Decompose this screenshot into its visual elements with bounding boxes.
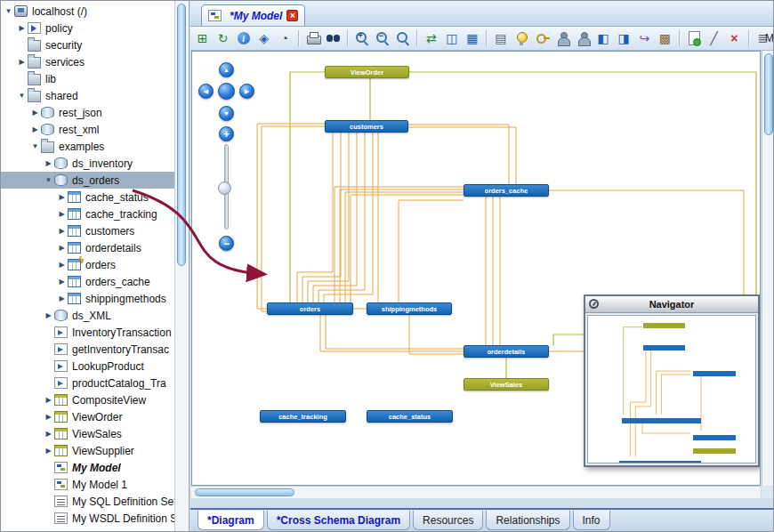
tree-item-lib[interactable]: lib [1, 70, 175, 87]
tree-item-cache-status[interactable]: ▶cache_status [1, 189, 175, 206]
expander-icon[interactable]: ▶ [43, 430, 54, 438]
toolbar-overflow-label[interactable]: M [765, 32, 774, 44]
expander-icon[interactable]: ▶ [29, 109, 41, 117]
expander-icon[interactable]: ▶ [56, 210, 68, 218]
expander-icon[interactable]: ▶ [56, 278, 68, 286]
entity-shippingmethods[interactable]: shippingmethods [367, 302, 452, 315]
expander-icon[interactable]: ▶ [56, 193, 68, 201]
zoom-level-icon[interactable] [394, 29, 411, 47]
pan-down-button[interactable]: ▼ [219, 106, 234, 121]
expander-icon[interactable]: ▶ [43, 413, 54, 421]
tree-item-inventorytransaction[interactable]: InventoryTransaction [1, 324, 175, 341]
delete-icon[interactable]: × [726, 29, 743, 47]
tree-item-vieworder[interactable]: ▶ViewOrder [1, 408, 175, 425]
tree-item-examples[interactable]: ▼examples [1, 138, 175, 155]
tree-item-compositeview[interactable]: ▶CompositeView [1, 391, 175, 408]
canvas-horizontal-scrollbar[interactable] [191, 486, 761, 498]
expander-icon[interactable]: ▼ [29, 142, 41, 150]
entity-vieworder[interactable]: ViewOrder [325, 66, 409, 78]
redo-layout-icon[interactable]: ↪ [636, 29, 653, 47]
entity-viewsales[interactable]: ViewSales [464, 378, 549, 391]
expander-icon[interactable]: ▶ [16, 58, 28, 66]
tree-item-rest-xml[interactable]: ▶rest_xml [1, 121, 175, 138]
tree-item-getinventorytransac[interactable]: getInventoryTransac [1, 341, 175, 358]
tree-item-localhost[interactable]: ▼localhost (/) [1, 3, 175, 20]
info-icon[interactable]: i [235, 29, 252, 47]
tree-item-orders[interactable]: ▶ϟorders [1, 256, 175, 273]
expander-icon[interactable]: ▶ [16, 24, 28, 32]
auto-layout-icon[interactable]: ◔ [276, 29, 293, 47]
expander-icon[interactable]: ▶ [29, 125, 41, 133]
tab-my-model[interactable]: *My Model × [201, 4, 305, 26]
pan-left-button[interactable]: ◀ [198, 84, 214, 99]
tab-info[interactable]: Info [573, 511, 610, 530]
expander-icon[interactable]: ▶ [56, 244, 68, 252]
tree-item-my-model-1[interactable]: My Model 1 [1, 476, 175, 493]
page-model-icon[interactable]: ◧ [595, 29, 612, 47]
tab-relationships[interactable]: Relationships [486, 511, 569, 530]
tree-item-rest-json[interactable]: ▶rest_json [1, 104, 175, 121]
tree-item-viewsupplier[interactable]: ▶ViewSupplier [1, 442, 175, 459]
users-icon[interactable] [575, 29, 592, 47]
panel-icon[interactable]: ▤ [492, 29, 509, 47]
zoom-out-button[interactable]: − [219, 236, 234, 251]
new-resource-icon[interactable] [685, 29, 702, 47]
tree-item-cache-tracking[interactable]: ▶cache_tracking [1, 206, 175, 222]
entity-customers[interactable]: customers [325, 120, 408, 133]
expander-icon[interactable]: ▼ [43, 176, 54, 184]
pan-right-button[interactable]: ▶ [239, 84, 254, 99]
tree-item-my-wsdl-definition-se[interactable]: My WSDL Definition Se [1, 510, 175, 527]
tab-cross-schema-diagram[interactable]: *Cross Schema Diagram [267, 511, 410, 530]
navigator-minimap[interactable] [587, 315, 756, 463]
tab-diagram[interactable]: *Diagram [198, 511, 264, 530]
refresh-icon[interactable]: ↻ [214, 29, 231, 47]
pan-center-button[interactable] [218, 83, 235, 100]
tree-item-ds-xml[interactable]: ▶ds_XML [1, 307, 175, 324]
entity-orders-cache[interactable]: orders_cache [464, 184, 549, 197]
print-icon[interactable] [304, 29, 321, 47]
rebind-icon[interactable]: ⇄ [423, 29, 439, 47]
expander-icon[interactable]: ▶ [56, 294, 68, 302]
palette-icon[interactable]: ▩ [657, 29, 673, 47]
tree-item-my-sql-definition-set[interactable]: My SQL Definition Set [1, 493, 175, 510]
entity-orders[interactable]: orders [267, 302, 353, 315]
tree-item-customers[interactable]: ▶customers [1, 222, 175, 239]
tree-item-security[interactable]: security [1, 36, 175, 53]
tree-item-viewsales[interactable]: ▶ViewSales [1, 425, 175, 442]
zoom-slider-handle[interactable] [218, 181, 231, 195]
fit-diagram-icon[interactable]: ◈ [255, 29, 272, 47]
expander-icon[interactable]: ▼ [3, 7, 14, 15]
expander-icon[interactable]: ▶ [43, 396, 54, 404]
expander-icon[interactable]: ▶ [43, 311, 54, 319]
tree-item-services[interactable]: ▶services [1, 53, 175, 70]
vertical-scrollbar-thumb[interactable] [764, 53, 773, 135]
pan-up-button[interactable]: ▲ [219, 62, 234, 77]
key-icon[interactable] [534, 29, 551, 47]
diagram-canvas[interactable]: ▲ ◀ ▶ ▼ + − Navigator [191, 51, 761, 486]
horizontal-scrollbar-thumb[interactable] [195, 488, 294, 496]
show-dependencies-icon[interactable]: ◫ [443, 29, 460, 47]
tree-item-shippingmethods[interactable]: ▶shippingmethods [1, 290, 175, 307]
navigator-panel[interactable]: Navigator [584, 294, 760, 467]
find-icon[interactable] [325, 29, 342, 47]
tree-item-orders-cache[interactable]: ▶orders_cache [1, 273, 175, 290]
navigator-titlebar[interactable]: Navigator [585, 296, 758, 313]
tree-item-shared[interactable]: ▼shared [1, 87, 175, 104]
tree-item-ds-orders[interactable]: ▼ds_orders [1, 172, 175, 189]
tab-close-button[interactable]: × [286, 10, 298, 21]
tree-item-my-model[interactable]: My Model [1, 459, 175, 476]
page-schema-icon[interactable]: ◨ [616, 29, 633, 47]
expander-icon[interactable]: ▶ [56, 227, 68, 235]
zoom-in-icon[interactable]: + [353, 29, 370, 47]
expander-icon[interactable]: ▶ [43, 159, 54, 167]
user-icon[interactable] [554, 29, 571, 47]
tree-item-lookupproduct[interactable]: LookupProduct [1, 358, 175, 375]
tree-item-policy[interactable]: ▶policy [1, 20, 175, 36]
expander-icon[interactable]: ▶ [56, 261, 68, 269]
show-dependents-icon[interactable]: ▦ [464, 29, 480, 47]
entity-cache-status[interactable]: cache_status [367, 410, 453, 423]
entity-orderdetails[interactable]: orderdetails [464, 345, 549, 358]
canvas-vertical-scrollbar[interactable] [762, 51, 774, 486]
entity-cache-tracking[interactable]: cache_tracking [260, 410, 346, 423]
bulb-icon[interactable] [512, 29, 529, 47]
